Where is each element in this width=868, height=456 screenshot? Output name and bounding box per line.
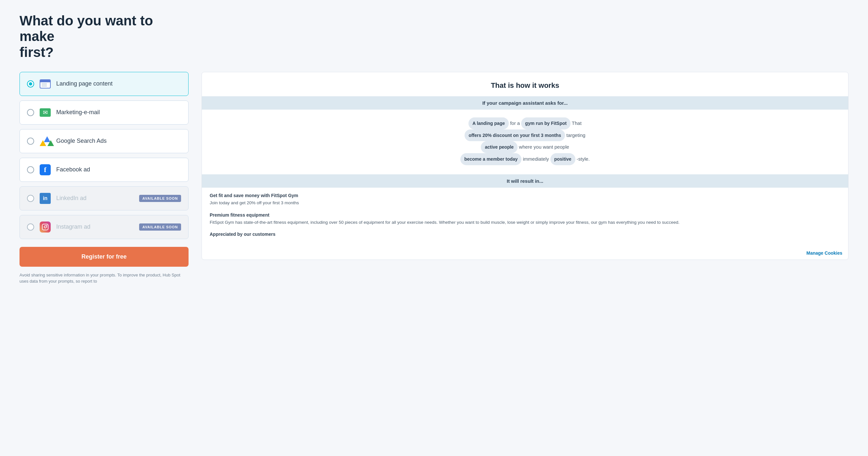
example-text-3: targeting <box>566 132 585 138</box>
radio-facebook-ad <box>27 166 34 173</box>
option-label-marketing-email: Marketing-e-mail <box>56 109 181 116</box>
manage-cookies-button[interactable]: Manage Cookies <box>202 248 848 260</box>
option-label-instagram-ad: Instagram ad <box>56 223 134 230</box>
example-pill-4: active people <box>481 141 518 153</box>
option-label-google-search-ads: Google Search Ads <box>56 138 181 144</box>
option-instagram-ad: Instagram ad AVAILABLE SOON <box>20 215 189 239</box>
result-title-2: Premium fitness equipment <box>210 212 840 218</box>
right-panel: That is how it works If your campaign as… <box>202 72 848 260</box>
example-pill-5: become a member today <box>460 153 522 165</box>
result-item-2: Premium fitness equipment FitSpot Gym ha… <box>210 212 840 226</box>
option-label-facebook-ad: Facebook ad <box>56 166 181 173</box>
result-body-1: Join today and get 20% off your first 3 … <box>210 200 840 207</box>
available-soon-badge-linkedin: AVAILABLE SOON <box>139 195 181 202</box>
example-pill-2: gym run by FitSpot <box>521 117 570 129</box>
result-block: Get fit and save money with FitSpot Gym … <box>202 188 848 248</box>
radio-google-search-ads <box>27 138 34 145</box>
facebook-icon: f <box>39 164 51 176</box>
option-landing-page[interactable]: Landing page content <box>20 72 189 96</box>
example-pill-3: offers 20% discount on your first 3 mont… <box>465 129 565 142</box>
left-panel: Landing page content Marketing-e-mail Go… <box>20 72 189 284</box>
page-title: What do you want to make first? <box>20 13 189 60</box>
example-pill-1: A landing page <box>468 117 509 129</box>
landing-page-icon <box>39 78 51 90</box>
example-text-5: immediately <box>523 156 550 162</box>
example-text-4: where you want people <box>519 144 569 150</box>
google-ads-icon <box>39 135 51 147</box>
section1-bar: If your campaign assistant asks for... <box>202 96 848 110</box>
register-button[interactable]: Register for free <box>20 247 189 267</box>
main-layout: Landing page content Marketing-e-mail Go… <box>20 72 848 284</box>
radio-marketing-email <box>27 109 34 116</box>
radio-landing-page <box>27 80 34 88</box>
example-text-2: That <box>572 120 582 126</box>
option-linkedin-ad: in LinkedIn ad AVAILABLE SOON <box>20 186 189 210</box>
option-facebook-ad[interactable]: f Facebook ad <box>20 158 189 182</box>
example-block: A landing page for a gym run by FitSpot … <box>202 110 848 174</box>
option-marketing-email[interactable]: Marketing-e-mail <box>20 100 189 125</box>
section2-bar: It will result in... <box>202 174 848 188</box>
radio-instagram-ad <box>27 223 34 231</box>
example-text-6: -style. <box>577 156 590 162</box>
result-title-1: Get fit and save money with FitSpot Gym <box>210 193 840 198</box>
option-google-search-ads[interactable]: Google Search Ads <box>20 129 189 153</box>
linkedin-icon: in <box>39 192 51 204</box>
option-label-linkedin-ad: LinkedIn ad <box>56 195 134 202</box>
result-item-3: Appreciated by our customers <box>210 232 840 237</box>
instagram-icon <box>39 221 51 233</box>
available-soon-badge-instagram: AVAILABLE SOON <box>139 223 181 231</box>
email-icon <box>39 107 51 118</box>
option-label-landing-page: Landing page content <box>56 80 181 87</box>
radio-linkedin-ad <box>27 195 34 202</box>
result-title-3: Appreciated by our customers <box>210 232 840 237</box>
disclaimer-text: Avoid sharing sensitive information in y… <box>20 272 189 284</box>
right-panel-header: That is how it works <box>202 72 848 96</box>
result-item-1: Get fit and save money with FitSpot Gym … <box>210 193 840 207</box>
result-body-2: FitSpot Gym has state-of-the-art fitness… <box>210 219 840 226</box>
right-panel-title: That is how it works <box>212 81 838 90</box>
example-pill-6: positive <box>550 153 576 165</box>
example-text-1: for a <box>510 120 521 126</box>
